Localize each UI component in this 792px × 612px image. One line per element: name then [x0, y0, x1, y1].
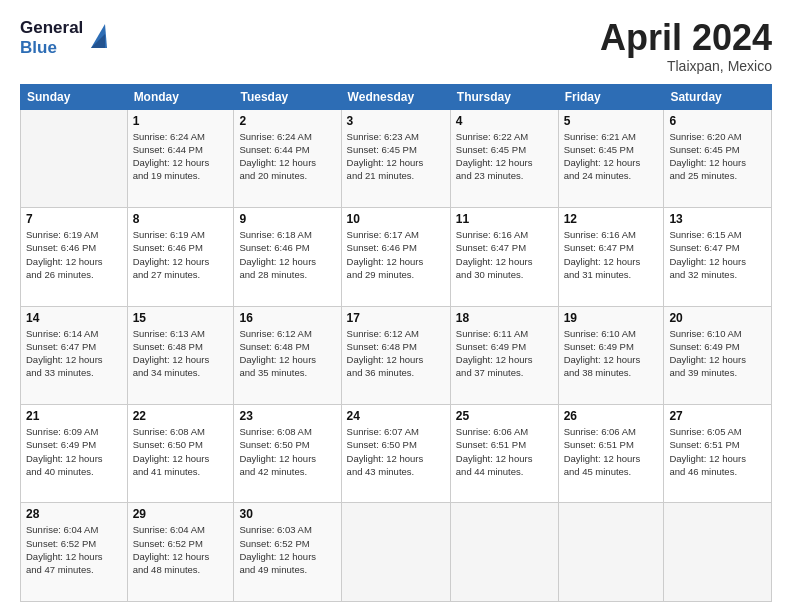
day-number: 11: [456, 212, 553, 226]
month-title: April 2024: [600, 18, 772, 58]
day-number: 25: [456, 409, 553, 423]
header-friday: Friday: [558, 84, 664, 109]
day-info: Sunrise: 6:24 AM Sunset: 6:44 PM Dayligh…: [239, 130, 335, 183]
day-number: 30: [239, 507, 335, 521]
calendar-cell: 23Sunrise: 6:08 AM Sunset: 6:50 PM Dayli…: [234, 405, 341, 503]
day-info: Sunrise: 6:08 AM Sunset: 6:50 PM Dayligh…: [133, 425, 229, 478]
day-number: 21: [26, 409, 122, 423]
calendar-cell: 12Sunrise: 6:16 AM Sunset: 6:47 PM Dayli…: [558, 208, 664, 306]
day-info: Sunrise: 6:21 AM Sunset: 6:45 PM Dayligh…: [564, 130, 659, 183]
calendar-cell: 24Sunrise: 6:07 AM Sunset: 6:50 PM Dayli…: [341, 405, 450, 503]
calendar-cell: 3Sunrise: 6:23 AM Sunset: 6:45 PM Daylig…: [341, 109, 450, 207]
day-number: 6: [669, 114, 766, 128]
calendar-week-row-2: 14Sunrise: 6:14 AM Sunset: 6:47 PM Dayli…: [21, 306, 772, 404]
day-number: 29: [133, 507, 229, 521]
calendar-week-row-0: 1Sunrise: 6:24 AM Sunset: 6:44 PM Daylig…: [21, 109, 772, 207]
day-number: 12: [564, 212, 659, 226]
header-saturday: Saturday: [664, 84, 772, 109]
day-number: 1: [133, 114, 229, 128]
day-info: Sunrise: 6:08 AM Sunset: 6:50 PM Dayligh…: [239, 425, 335, 478]
header-wednesday: Wednesday: [341, 84, 450, 109]
calendar-cell: 8Sunrise: 6:19 AM Sunset: 6:46 PM Daylig…: [127, 208, 234, 306]
day-number: 27: [669, 409, 766, 423]
day-info: Sunrise: 6:09 AM Sunset: 6:49 PM Dayligh…: [26, 425, 122, 478]
calendar-week-row-3: 21Sunrise: 6:09 AM Sunset: 6:49 PM Dayli…: [21, 405, 772, 503]
calendar-cell: [664, 503, 772, 602]
day-info: Sunrise: 6:14 AM Sunset: 6:47 PM Dayligh…: [26, 327, 122, 380]
day-info: Sunrise: 6:18 AM Sunset: 6:46 PM Dayligh…: [239, 228, 335, 281]
calendar-cell: 10Sunrise: 6:17 AM Sunset: 6:46 PM Dayli…: [341, 208, 450, 306]
day-number: 16: [239, 311, 335, 325]
day-info: Sunrise: 6:06 AM Sunset: 6:51 PM Dayligh…: [456, 425, 553, 478]
calendar-cell: [450, 503, 558, 602]
day-info: Sunrise: 6:04 AM Sunset: 6:52 PM Dayligh…: [133, 523, 229, 576]
calendar-cell: 17Sunrise: 6:12 AM Sunset: 6:48 PM Dayli…: [341, 306, 450, 404]
day-info: Sunrise: 6:06 AM Sunset: 6:51 PM Dayligh…: [564, 425, 659, 478]
calendar-cell: 30Sunrise: 6:03 AM Sunset: 6:52 PM Dayli…: [234, 503, 341, 602]
weekday-header-row: Sunday Monday Tuesday Wednesday Thursday…: [21, 84, 772, 109]
day-info: Sunrise: 6:11 AM Sunset: 6:49 PM Dayligh…: [456, 327, 553, 380]
header-monday: Monday: [127, 84, 234, 109]
day-number: 7: [26, 212, 122, 226]
day-info: Sunrise: 6:05 AM Sunset: 6:51 PM Dayligh…: [669, 425, 766, 478]
calendar-cell: 5Sunrise: 6:21 AM Sunset: 6:45 PM Daylig…: [558, 109, 664, 207]
day-number: 28: [26, 507, 122, 521]
calendar-cell: 14Sunrise: 6:14 AM Sunset: 6:47 PM Dayli…: [21, 306, 128, 404]
day-info: Sunrise: 6:04 AM Sunset: 6:52 PM Dayligh…: [26, 523, 122, 576]
day-info: Sunrise: 6:20 AM Sunset: 6:45 PM Dayligh…: [669, 130, 766, 183]
day-info: Sunrise: 6:22 AM Sunset: 6:45 PM Dayligh…: [456, 130, 553, 183]
calendar-cell: 15Sunrise: 6:13 AM Sunset: 6:48 PM Dayli…: [127, 306, 234, 404]
day-number: 18: [456, 311, 553, 325]
calendar-cell: 16Sunrise: 6:12 AM Sunset: 6:48 PM Dayli…: [234, 306, 341, 404]
day-info: Sunrise: 6:12 AM Sunset: 6:48 PM Dayligh…: [347, 327, 445, 380]
day-info: Sunrise: 6:15 AM Sunset: 6:47 PM Dayligh…: [669, 228, 766, 281]
page: General Blue April 2024 Tlaixpan, Mexico…: [0, 0, 792, 612]
calendar-cell: 22Sunrise: 6:08 AM Sunset: 6:50 PM Dayli…: [127, 405, 234, 503]
calendar-cell: 9Sunrise: 6:18 AM Sunset: 6:46 PM Daylig…: [234, 208, 341, 306]
calendar-cell: 26Sunrise: 6:06 AM Sunset: 6:51 PM Dayli…: [558, 405, 664, 503]
day-number: 8: [133, 212, 229, 226]
day-info: Sunrise: 6:19 AM Sunset: 6:46 PM Dayligh…: [133, 228, 229, 281]
calendar-cell: 25Sunrise: 6:06 AM Sunset: 6:51 PM Dayli…: [450, 405, 558, 503]
day-info: Sunrise: 6:12 AM Sunset: 6:48 PM Dayligh…: [239, 327, 335, 380]
day-info: Sunrise: 6:07 AM Sunset: 6:50 PM Dayligh…: [347, 425, 445, 478]
location-subtitle: Tlaixpan, Mexico: [600, 58, 772, 74]
calendar-cell: [558, 503, 664, 602]
calendar-cell: 21Sunrise: 6:09 AM Sunset: 6:49 PM Dayli…: [21, 405, 128, 503]
calendar-cell: 28Sunrise: 6:04 AM Sunset: 6:52 PM Dayli…: [21, 503, 128, 602]
day-info: Sunrise: 6:10 AM Sunset: 6:49 PM Dayligh…: [669, 327, 766, 380]
header: General Blue April 2024 Tlaixpan, Mexico: [20, 18, 772, 74]
title-block: April 2024 Tlaixpan, Mexico: [600, 18, 772, 74]
day-number: 4: [456, 114, 553, 128]
logo: General Blue: [20, 18, 109, 57]
day-number: 14: [26, 311, 122, 325]
calendar-cell: [21, 109, 128, 207]
day-info: Sunrise: 6:10 AM Sunset: 6:49 PM Dayligh…: [564, 327, 659, 380]
day-number: 26: [564, 409, 659, 423]
header-tuesday: Tuesday: [234, 84, 341, 109]
day-info: Sunrise: 6:16 AM Sunset: 6:47 PM Dayligh…: [564, 228, 659, 281]
day-number: 20: [669, 311, 766, 325]
logo-wordmark: General Blue: [20, 18, 109, 57]
day-number: 3: [347, 114, 445, 128]
calendar-week-row-1: 7Sunrise: 6:19 AM Sunset: 6:46 PM Daylig…: [21, 208, 772, 306]
day-number: 9: [239, 212, 335, 226]
calendar-cell: 27Sunrise: 6:05 AM Sunset: 6:51 PM Dayli…: [664, 405, 772, 503]
day-info: Sunrise: 6:19 AM Sunset: 6:46 PM Dayligh…: [26, 228, 122, 281]
calendar-cell: 1Sunrise: 6:24 AM Sunset: 6:44 PM Daylig…: [127, 109, 234, 207]
calendar-table: Sunday Monday Tuesday Wednesday Thursday…: [20, 84, 772, 602]
calendar-cell: 7Sunrise: 6:19 AM Sunset: 6:46 PM Daylig…: [21, 208, 128, 306]
day-info: Sunrise: 6:23 AM Sunset: 6:45 PM Dayligh…: [347, 130, 445, 183]
calendar-cell: 18Sunrise: 6:11 AM Sunset: 6:49 PM Dayli…: [450, 306, 558, 404]
header-thursday: Thursday: [450, 84, 558, 109]
day-number: 24: [347, 409, 445, 423]
day-info: Sunrise: 6:16 AM Sunset: 6:47 PM Dayligh…: [456, 228, 553, 281]
calendar-cell: 4Sunrise: 6:22 AM Sunset: 6:45 PM Daylig…: [450, 109, 558, 207]
calendar-cell: 13Sunrise: 6:15 AM Sunset: 6:47 PM Dayli…: [664, 208, 772, 306]
day-info: Sunrise: 6:03 AM Sunset: 6:52 PM Dayligh…: [239, 523, 335, 576]
day-number: 10: [347, 212, 445, 226]
calendar-cell: 19Sunrise: 6:10 AM Sunset: 6:49 PM Dayli…: [558, 306, 664, 404]
logo-sail-icon: [87, 20, 109, 52]
day-number: 17: [347, 311, 445, 325]
calendar-cell: 11Sunrise: 6:16 AM Sunset: 6:47 PM Dayli…: [450, 208, 558, 306]
